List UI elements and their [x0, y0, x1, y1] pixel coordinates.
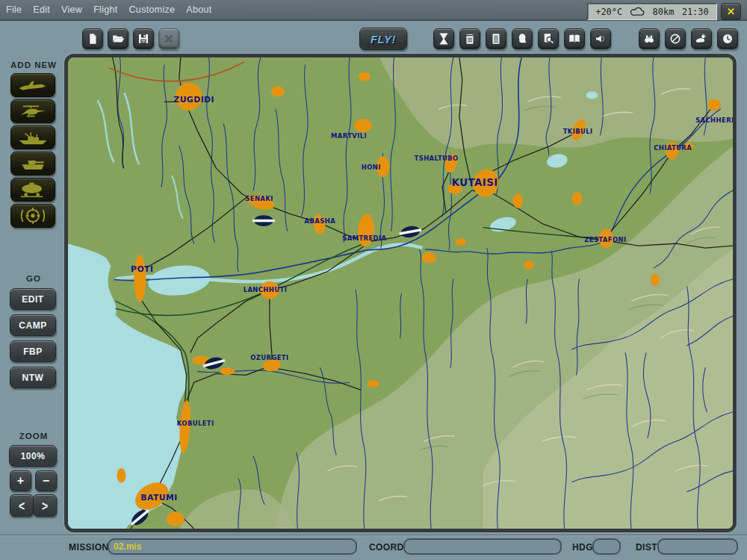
pan-left-button[interactable]: <: [10, 494, 34, 517]
coord-label: COORD: [369, 542, 404, 553]
weather-button[interactable]: [691, 28, 712, 49]
svg-text:BATUMI: BATUMI: [140, 493, 177, 503]
menu-customize[interactable]: Customize: [129, 4, 176, 15]
close-icon: ✕: [727, 6, 735, 17]
new-mission-button[interactable]: [82, 28, 103, 49]
zoom-out-button[interactable]: −: [35, 470, 57, 491]
svg-text:OZURGETI: OZURGETI: [250, 355, 288, 362]
disable-button[interactable]: [665, 28, 686, 49]
helicopter-icon: [16, 102, 50, 120]
svg-text:ABASHA: ABASHA: [305, 217, 336, 225]
menu-flight[interactable]: Flight: [93, 4, 117, 15]
binoculars-icon: [642, 32, 656, 46]
svg-text:HONI: HONI: [362, 164, 381, 171]
hdg-label: HDG: [572, 542, 593, 553]
delete-x-icon: [162, 32, 176, 46]
svg-text:TKIBULI: TKIBULI: [563, 128, 593, 135]
svg-text:TSHALTUBO: TSHALTUBO: [415, 155, 459, 162]
add-aircraft-button[interactable]: [10, 73, 55, 97]
clock-label: 21:30: [682, 7, 709, 17]
open-mission-button[interactable]: [108, 28, 128, 49]
tank-icon: [16, 155, 50, 172]
time-of-day-button[interactable]: [717, 28, 738, 49]
mission-field[interactable]: 02.mis: [108, 538, 357, 555]
status-bar: MISSION 02.mis COORD HDG DIST: [0, 535, 747, 560]
chevron-left-icon: <: [19, 497, 25, 514]
pilot-head-icon: [515, 32, 529, 46]
notes-icon: [463, 32, 477, 46]
map-canvas[interactable]: ZUGDIDIMARTVILIHONITSHALTUBOKUTAISISENAK…: [64, 54, 737, 532]
weather-icon: [695, 32, 708, 46]
clock-icon: [721, 32, 734, 46]
svg-text:SAMTREDIA: SAMTREDIA: [342, 234, 386, 242]
zoom-label: ZOOM: [0, 432, 67, 441]
save-icon: [137, 32, 150, 46]
target-icon: [16, 207, 50, 225]
temperature-label: +20°C: [595, 7, 622, 17]
delete-button-disabled: [158, 28, 179, 49]
pan-right-button[interactable]: >: [33, 494, 57, 517]
dist-label: DIST: [636, 542, 657, 553]
hourglass-icon: [437, 32, 450, 46]
svg-text:ZUGDIDI: ZUGDIDI: [173, 95, 214, 105]
svg-text:ZESTAFONI: ZESTAFONI: [584, 236, 626, 243]
svg-text:MARTVILI: MARTVILI: [331, 132, 367, 140]
description-button[interactable]: [459, 28, 480, 49]
train-icon: [16, 181, 50, 199]
add-vehicle-button[interactable]: [10, 152, 55, 175]
svg-text:SACHHERE: SACHHERE: [695, 116, 733, 124]
cloud-icon: [630, 7, 645, 16]
preview-button[interactable]: [538, 28, 559, 49]
weather-status-widget: +20°C 80km 21:30: [587, 3, 717, 20]
add-target-button[interactable]: [10, 204, 55, 228]
book-icon: [568, 32, 581, 46]
menu-view[interactable]: View: [61, 4, 82, 15]
dist-field: [657, 538, 738, 555]
mission-label: MISSION: [69, 542, 108, 553]
zoom-in-button[interactable]: +: [10, 470, 31, 491]
add-train-button[interactable]: [10, 178, 55, 202]
speaker-icon: [594, 32, 607, 46]
aircraft-icon: [16, 76, 50, 94]
time-button[interactable]: [433, 28, 454, 49]
list-icon: [489, 32, 503, 46]
inspect-icon: [542, 32, 555, 46]
svg-text:KUTAISI: KUTAISI: [452, 177, 498, 188]
go-ntw-button[interactable]: NTW: [10, 367, 56, 388]
fly-button[interactable]: FLY!: [359, 28, 407, 50]
hdg-field: [592, 538, 621, 555]
add-ship-button[interactable]: [10, 125, 55, 149]
reference-button[interactable]: [564, 28, 585, 49]
ship-icon: [16, 128, 50, 146]
chevron-right-icon: >: [42, 497, 48, 514]
svg-text:SENAKI: SENAKI: [245, 195, 273, 202]
mission-editor-window: File Edit View Flight Customize About +2…: [0, 0, 747, 560]
menu-edit[interactable]: Edit: [33, 4, 50, 15]
new-file-icon: [86, 32, 99, 46]
menu-file[interactable]: File: [6, 4, 22, 15]
go-camp-button[interactable]: CAMP: [10, 314, 56, 336]
zoom-level-button[interactable]: 100%: [9, 445, 57, 467]
menu-about[interactable]: About: [186, 4, 211, 15]
save-mission-button[interactable]: [133, 28, 154, 49]
open-folder-icon: [111, 32, 125, 46]
svg-text:CHIATURA: CHIATURA: [654, 144, 692, 152]
add-new-label: ADD NEW: [0, 60, 67, 69]
svg-text:POTI: POTI: [131, 264, 153, 274]
go-fbp-button[interactable]: FBP: [10, 340, 56, 362]
properties-button[interactable]: [486, 28, 506, 49]
svg-text:LANCHHUTI: LANCHHUTI: [244, 286, 287, 293]
coord-field: [403, 538, 562, 555]
svg-text:KOBULETI: KOBULETI: [177, 420, 214, 427]
fly-label: FLY!: [371, 33, 396, 46]
go-label: GO: [0, 274, 67, 283]
visibility-label: 80km: [653, 7, 675, 17]
sound-button[interactable]: [590, 28, 611, 49]
pilot-button[interactable]: [512, 28, 533, 49]
prohibit-icon: [669, 32, 682, 46]
close-button[interactable]: ✕: [721, 3, 741, 20]
search-button[interactable]: [639, 28, 660, 49]
add-helicopter-button[interactable]: [10, 99, 55, 123]
go-edit-button[interactable]: EDIT: [10, 288, 56, 310]
